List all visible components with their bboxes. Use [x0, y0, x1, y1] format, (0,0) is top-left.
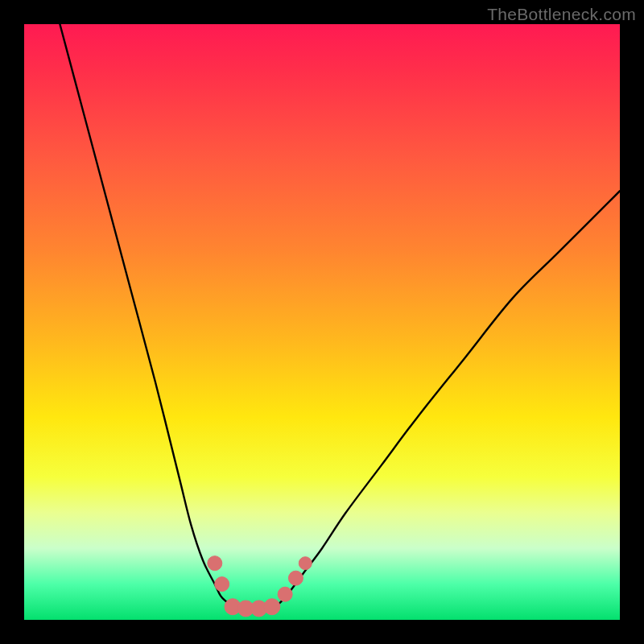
marker-left-dot-lower: [215, 577, 229, 592]
marker-right-dot-upper: [299, 557, 312, 570]
series-right-curve: [275, 191, 620, 608]
marker-layer: [208, 556, 312, 617]
marker-left-dot-upper: [208, 556, 222, 571]
chart-frame: TheBottleneck.com: [0, 0, 644, 644]
curve-layer: [60, 24, 620, 608]
marker-right-dot-lower: [278, 587, 292, 601]
series-left-curve: [60, 24, 233, 608]
chart-svg: [24, 24, 620, 620]
marker-floor-dot-4: [264, 599, 280, 615]
watermark-label: TheBottleneck.com: [487, 5, 636, 24]
plot-area: [24, 24, 620, 620]
marker-right-dot-mid: [288, 571, 303, 585]
